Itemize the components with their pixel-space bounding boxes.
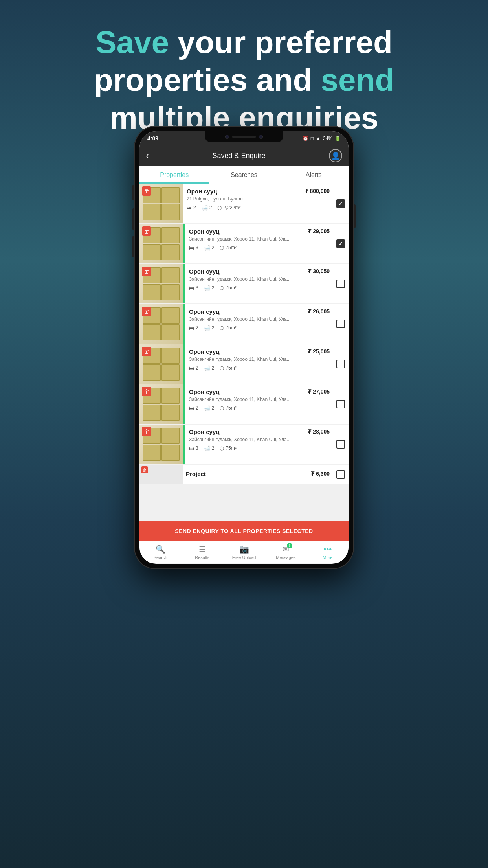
list-item[interactable]: 🗑 Орон сууц ₮ 29,005 Зайсан (139, 224, 349, 263)
property-type: Project (186, 471, 206, 477)
search-icon: 🔍 (156, 544, 165, 554)
bed-icon: 🛏 (187, 205, 192, 211)
property-details: Орон сууц ₮ 30,050 Зайсангийн гудамж, Хо… (185, 264, 333, 303)
enquiry-bar[interactable]: SEND ENQUIRY TO ALL PROPERTIES SELECTED (139, 521, 349, 541)
battery-text: 34% (323, 136, 332, 141)
property-list: 🗑 Орон сууц ₮ 800,000 21 Bulgan, Булга (139, 184, 349, 521)
list-item[interactable]: 🗑 Орон сууц ₮ 28,005 Зайсан (139, 425, 349, 464)
list-item[interactable]: 🗑 Орон сууц ₮ 26,005 Зайсан (139, 304, 349, 344)
property-checkbox[interactable] (336, 320, 345, 328)
property-price: ₮ 28,005 (308, 428, 330, 435)
property-checkbox[interactable] (336, 440, 345, 449)
delete-icon[interactable]: 🗑 (141, 466, 148, 473)
results-icon: ☰ (199, 544, 206, 554)
property-checkbox[interactable] (336, 239, 345, 248)
tab-bar: Properties Searches Alerts (139, 166, 349, 184)
back-button[interactable]: ‹ (146, 150, 149, 161)
property-checkbox[interactable] (336, 470, 345, 479)
property-checkbox[interactable] (336, 280, 345, 288)
nav-more[interactable]: ••• More (307, 541, 349, 563)
property-specs: 🛏3 🛁2 ⬡75m² (189, 285, 330, 291)
area-icon: ⬡ (220, 405, 224, 411)
list-item-partial[interactable]: 🗑 Project ₮ 6,300 (139, 465, 349, 484)
list-item[interactable]: 🗑 Орон сууц ₮ 25,005 Зайсан (139, 344, 349, 384)
property-thumbnail: 🗑 (139, 384, 183, 424)
nav-upload[interactable]: 📷 Free Upload (223, 541, 265, 563)
sensor (259, 135, 263, 139)
property-checkbox-area (333, 304, 349, 344)
bath-icon: 🛁 (204, 445, 210, 451)
list-item[interactable]: 🗑 Орон сууц ₮ 800,000 21 Bulgan, Булга (139, 184, 349, 223)
property-price: ₮ 800,000 (305, 188, 330, 194)
nav-results[interactable]: ☰ Results (181, 541, 223, 563)
user-avatar[interactable]: 👤 (329, 149, 342, 162)
property-checkbox[interactable] (336, 199, 345, 208)
property-checkbox-area (333, 184, 349, 223)
property-type: Орон сууц (189, 228, 219, 235)
property-thumbnail-partial: 🗑 (139, 465, 183, 484)
property-type: Орон сууц (189, 268, 219, 275)
hero-save-word: Save (95, 25, 169, 60)
property-type: Орон сууц (187, 188, 217, 195)
property-price: ₮ 25,005 (308, 348, 330, 355)
delete-icon[interactable]: 🗑 (142, 427, 151, 436)
nav-more-label: More (323, 555, 332, 560)
delete-icon[interactable]: 🗑 (142, 387, 151, 396)
list-item[interactable]: 🗑 Орон сууц ₮ 27,005 Зайсан (139, 384, 349, 424)
property-checkbox[interactable] (336, 360, 345, 368)
nav-search-label: Search (154, 555, 167, 560)
alarm-icon: ⏰ (303, 136, 308, 141)
bath-icon: 🛁 (204, 325, 210, 331)
property-price: ₮ 27,005 (308, 388, 330, 395)
property-checkbox-area (333, 344, 349, 384)
property-price: ₮ 30,050 (308, 268, 330, 274)
delete-icon[interactable]: 🗑 (142, 307, 151, 316)
property-specs: 🛏2 🛁2 ⬡2,222m² (187, 205, 330, 211)
property-thumbnail: 🗑 (139, 425, 183, 464)
volume-up-button (132, 185, 134, 200)
status-time: 4:09 (147, 135, 158, 142)
more-icon: ••• (323, 545, 332, 554)
property-checkbox-area (333, 264, 349, 303)
bed-icon: 🛏 (189, 325, 194, 331)
status-icons: ⏰ □ ▲ 34% 🔋 (303, 136, 341, 141)
list-item[interactable]: 🗑 Орон сууц ₮ 30,050 Зайсан (139, 264, 349, 303)
bath-icon: 🛁 (204, 285, 210, 291)
front-camera (225, 135, 229, 139)
property-price: ₮ 26,005 (308, 308, 330, 314)
property-checkbox[interactable] (336, 400, 345, 408)
delete-icon[interactable]: 🗑 (142, 267, 151, 276)
area-icon: ⬡ (220, 245, 224, 251)
property-type: Орон сууц (189, 308, 219, 315)
property-details: Орон сууц ₮ 26,005 Зайсангийн гудамж, Хо… (185, 304, 333, 344)
property-address: Зайсангийн гудамж, Хороо 11, Khan Uul, У… (189, 316, 330, 323)
property-address: 21 Bulgan, Булган, Булган (187, 196, 330, 202)
delete-icon[interactable]: 🗑 (142, 226, 151, 236)
property-address: Зайсангийн гудамж, Хороо 11, Khan Uul, У… (189, 357, 330, 363)
property-thumbnail: 🗑 (139, 344, 183, 384)
nav-search[interactable]: 🔍 Search (139, 541, 181, 563)
property-address: Зайсангийн гудамж, Хороо 11, Khan Uul, У… (189, 397, 330, 403)
bath-icon: 🛁 (204, 245, 210, 251)
tab-searches[interactable]: Searches (209, 166, 279, 184)
upload-icon: 📷 (239, 544, 249, 554)
nav-messages[interactable]: ✉ 6 Messages (265, 541, 306, 563)
property-details: Орон сууц ₮ 28,005 Зайсангийн гудамж, Хо… (185, 425, 333, 464)
bath-icon: 🛁 (204, 405, 210, 411)
speaker-grill (232, 136, 256, 138)
tab-alerts[interactable]: Alerts (279, 166, 349, 184)
property-address: Зайсангийн гудамж, Хороо 11, Khan Uul, У… (189, 437, 330, 443)
area-icon: ⬡ (217, 205, 222, 211)
hero-section: Save your preferredproperties and send m… (0, 24, 488, 137)
property-address: Зайсангийн гудамж, Хороо 11, Khan Uul, У… (189, 276, 330, 283)
bed-icon: 🛏 (189, 245, 194, 251)
nav-upload-label: Free Upload (232, 555, 256, 560)
delete-icon[interactable]: 🗑 (142, 186, 151, 196)
delete-icon[interactable]: 🗑 (142, 347, 151, 356)
property-checkbox-area (333, 384, 349, 424)
area-icon: ⬡ (220, 365, 224, 371)
bed-icon: 🛏 (189, 285, 194, 291)
property-specs: 🛏2 🛁2 ⬡75m² (189, 405, 330, 411)
tab-properties[interactable]: Properties (139, 166, 209, 184)
property-specs: 🛏3 🛁2 ⬡75m² (189, 445, 330, 451)
